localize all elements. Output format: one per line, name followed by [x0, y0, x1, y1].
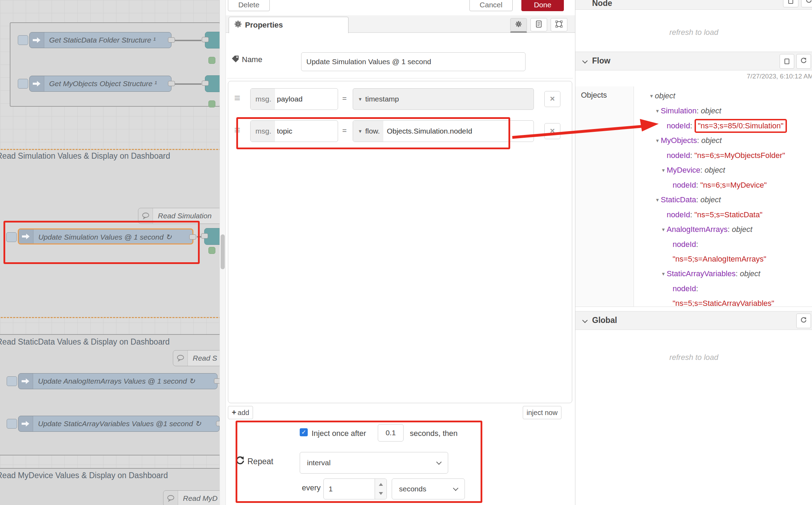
delete-button[interactable]: Delete [228, 0, 270, 11]
context-tree-row[interactable]: ▼MyDevice: object [634, 163, 812, 178]
caret-down-icon[interactable]: ▼ [655, 193, 661, 208]
add-button[interactable]: + add [228, 406, 253, 419]
typed-input-timestamp[interactable]: ▼timestamp [353, 88, 534, 110]
units-select[interactable]: seconds [392, 478, 465, 499]
flow-section-header[interactable]: Flow [575, 52, 812, 70]
type-select-chip[interactable]: ▼flow. [353, 121, 383, 142]
tab-properties[interactable]: Properties [229, 17, 348, 33]
refresh-button[interactable] [801, 0, 812, 7]
input-port[interactable] [201, 233, 208, 239]
inject-node-get-staticdata[interactable]: Get StaticData Folder Structure ¹ [29, 32, 171, 48]
inject-now-button[interactable]: inject now [523, 406, 561, 419]
name-input[interactable] [301, 52, 526, 71]
done-button[interactable]: Done [521, 0, 564, 11]
inject-trigger-button[interactable] [18, 35, 28, 45]
node-red-editor: Read Simulation Values & Display on Dash… [0, 0, 812, 505]
caret-down-icon[interactable]: ▼ [649, 89, 655, 104]
context-tree-row[interactable]: ▼MyObjects: object [634, 133, 812, 148]
repeat-label: Repeat [247, 457, 273, 466]
context-path-value[interactable]: Objects.Simulation.nodeId [383, 121, 472, 142]
square-icon [784, 59, 789, 64]
repeat-select[interactable]: interval [300, 452, 448, 474]
global-section-header[interactable]: Global [575, 311, 812, 330]
cancel-button[interactable]: Cancel [469, 0, 513, 11]
caret-down-icon[interactable]: ▼ [655, 104, 661, 119]
flow-canvas[interactable]: Read Simulation Values & Display on Dash… [0, 0, 220, 505]
output-port[interactable] [189, 234, 196, 240]
opcua-node[interactable] [205, 75, 220, 92]
scrollbar-thumb[interactable] [221, 234, 225, 269]
node-label: Read Simulation [158, 208, 220, 224]
appearance-button[interactable] [551, 18, 567, 31]
refresh-global-button[interactable] [796, 314, 811, 328]
msg-property-field[interactable]: msg. payload [250, 88, 338, 110]
context-tree-row[interactable]: ▼Simulation: object [634, 104, 812, 119]
inject-trigger-button[interactable] [18, 79, 28, 89]
context-tree-row[interactable]: nodeId: "ns=3;s=85/0:Simulation" [634, 119, 812, 133]
caret-down-icon[interactable]: ▼ [661, 223, 667, 237]
watch-button[interactable] [783, 0, 798, 7]
tab-properties-label: Properties [245, 21, 283, 30]
input-port[interactable] [202, 81, 209, 86]
wire [175, 83, 201, 85]
equals-sign: = [342, 126, 347, 135]
context-tree-row[interactable]: nodeId: "ns=5;s=StaticArrayVariables" [634, 281, 812, 307]
inject-arrow-icon [30, 76, 44, 91]
context-tree-row[interactable]: nodeId: "ns=6;s=MyDevice" [634, 178, 812, 193]
context-tree-row[interactable]: nodeId: "ns=5;s=AnalogItemArrays" [634, 237, 812, 266]
node-label: Update AnalogItemArrays Values @ 1 secon… [38, 374, 214, 389]
opcua-node[interactable] [204, 228, 220, 245]
context-tree-row[interactable]: ▼object [634, 89, 812, 104]
comment-node-read-simulation[interactable]: Read Simulation [138, 208, 220, 224]
canvas-scrollbar[interactable] [220, 0, 226, 505]
inject-once-suffix: seconds, then [410, 429, 458, 438]
inject-node-get-myobjects[interactable]: Get MyObjects Object Structure ¹ [29, 76, 171, 92]
inject-trigger-button[interactable] [7, 376, 17, 386]
properties-view-button[interactable] [510, 18, 527, 31]
comment-node-read-mydevice[interactable]: Read MyD [163, 490, 220, 505]
inject-node-update-staticarrayvariables[interactable]: Update StaticArrayVariables Values @1 se… [18, 416, 220, 432]
context-type: object [655, 91, 675, 100]
output-port[interactable] [214, 378, 220, 384]
inject-once-checkbox[interactable]: ✓ [300, 428, 308, 436]
type-select-chip[interactable]: ▼timestamp [353, 89, 403, 110]
msg-property-value: payload [275, 89, 303, 110]
node-label: Read S [193, 351, 219, 366]
every-value-input[interactable]: 1 [323, 478, 387, 499]
number-stepper[interactable] [375, 479, 386, 499]
caret-down-icon[interactable]: ▼ [655, 134, 661, 148]
caret-down-icon[interactable]: ▼ [661, 163, 667, 178]
node-section-header[interactable]: Node [575, 0, 812, 10]
square-icon [788, 0, 793, 4]
context-tree-row[interactable]: nodeId: "ns=6;s=MyObjectsFolder" [634, 148, 812, 163]
inject-trigger-button[interactable] [7, 419, 17, 429]
node-section-label: Node [592, 0, 612, 8]
context-type: object [705, 166, 725, 174]
inject-trigger-button[interactable] [6, 232, 17, 242]
typed-input-flow-context[interactable]: ▼flow. Objects.Simulation.nodeId [353, 120, 534, 142]
context-tree-row[interactable]: nodeId: "ns=5;s=StaticData" [634, 208, 812, 222]
output-port[interactable] [216, 421, 220, 426]
context-key-column: Objects [575, 86, 634, 307]
inject-once-delay-input[interactable] [378, 424, 404, 442]
drag-handle-icon[interactable]: ≡ [234, 125, 243, 135]
input-port[interactable] [202, 37, 209, 42]
inject-node-update-simulation[interactable]: Update Simulation Values @ 1 second ↻ [18, 228, 193, 244]
description-button[interactable] [530, 18, 547, 31]
msg-property-field[interactable]: msg. topic [250, 120, 338, 142]
context-tree-row[interactable]: ▼AnalogItemArrays: object [634, 222, 812, 237]
context-tree-row[interactable]: ▼StaticArrayVariables: object [634, 266, 812, 281]
context-tree-row[interactable]: ▼StaticData: object [634, 193, 812, 208]
output-port[interactable] [168, 37, 175, 43]
drag-handle-icon[interactable]: ≡ [234, 93, 243, 103]
context-key: StaticData [661, 195, 696, 204]
inject-node-update-analogitemarrays[interactable]: Update AnalogItemArrays Values @ 1 secon… [18, 373, 217, 389]
delete-row-button[interactable]: × [544, 123, 560, 139]
watch-button[interactable] [780, 54, 794, 69]
output-port[interactable] [168, 81, 175, 86]
caret-down-icon[interactable]: ▼ [661, 267, 667, 281]
refresh-flow-button[interactable] [796, 54, 811, 69]
delete-row-button[interactable]: × [544, 91, 560, 107]
comment-node-read-staticdata[interactable]: Read S [173, 350, 220, 366]
opcua-node[interactable] [205, 32, 220, 48]
